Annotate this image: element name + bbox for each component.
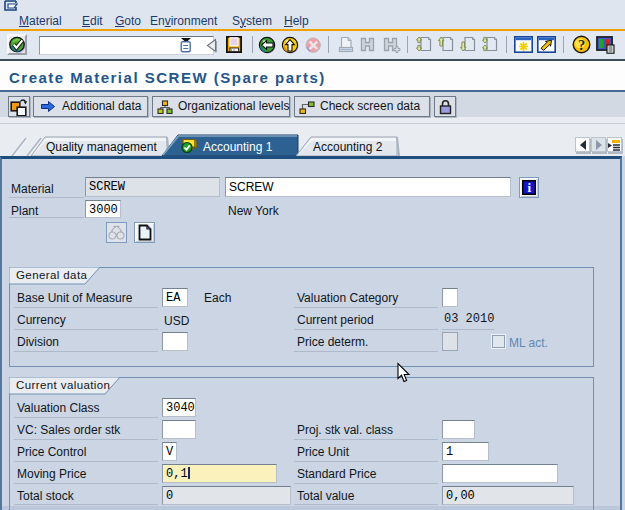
svg-text:i: i (527, 180, 531, 195)
svg-text:Accounting 1: Accounting 1 (203, 140, 273, 154)
svg-text:Accounting 2: Accounting 2 (313, 140, 383, 154)
svg-text:Quality management: Quality management (46, 140, 157, 154)
svg-text:?: ? (578, 37, 585, 53)
